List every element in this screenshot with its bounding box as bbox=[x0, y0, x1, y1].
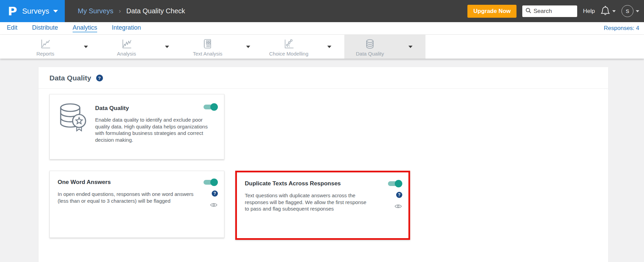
card-controls: ? bbox=[386, 180, 402, 232]
tab-label: Data Quality bbox=[356, 51, 384, 57]
avatar[interactable]: S bbox=[621, 5, 633, 17]
questionpro-logo[interactable]: P bbox=[8, 4, 17, 18]
bell-icon[interactable] bbox=[601, 5, 610, 17]
toggle-knob[interactable] bbox=[395, 180, 402, 187]
tab-label: Text Analysis bbox=[193, 51, 223, 57]
text-analysis-dropdown[interactable] bbox=[233, 35, 263, 59]
chevron-down-icon bbox=[408, 46, 413, 48]
main-content: Data Quality ? bbox=[0, 59, 644, 262]
account-menu[interactable]: S bbox=[621, 5, 639, 17]
tab-reports[interactable]: Reports bbox=[20, 35, 71, 59]
card-description: Text questions with duplicate answers ac… bbox=[245, 192, 368, 212]
product-menu[interactable]: P Surveys bbox=[0, 0, 65, 22]
chevron-down-icon bbox=[165, 46, 169, 48]
database-icon bbox=[364, 38, 375, 49]
card-one-word-answers: One Word Answers In open ended questions… bbox=[49, 171, 224, 238]
chevron-down-icon bbox=[246, 46, 250, 48]
card-title: Duplicate Texts Across Responses bbox=[245, 180, 341, 187]
toggle-knob[interactable] bbox=[210, 179, 218, 186]
help-icon[interactable]: ? bbox=[96, 75, 103, 81]
chevron-down-icon bbox=[53, 10, 58, 13]
multi-line-chart-icon bbox=[121, 38, 132, 49]
card-title: One Word Answers bbox=[58, 179, 111, 185]
help-link[interactable]: Help bbox=[583, 8, 595, 15]
search-icon bbox=[525, 7, 531, 15]
database-award-icon bbox=[58, 102, 88, 153]
help-icon[interactable]: ? bbox=[212, 190, 218, 197]
tab-integration[interactable]: Integration bbox=[112, 24, 141, 32]
chevron-down-icon bbox=[612, 10, 616, 12]
panel-header: Data Quality ? bbox=[39, 67, 608, 89]
tab-edit[interactable]: Edit bbox=[7, 24, 17, 32]
tab-text-analysis[interactable]: Text Analysis bbox=[182, 35, 233, 59]
card-body: One Word Answers In open ended questions… bbox=[58, 179, 198, 231]
survey-section-nav: Edit Distribute Analytics Integration Re… bbox=[0, 22, 644, 35]
line-chart-icon bbox=[40, 38, 51, 49]
text-document-icon bbox=[202, 38, 213, 49]
tab-group-analysis: Analysis bbox=[101, 35, 182, 59]
analytics-toolbar: Reports Analysis bbox=[0, 35, 644, 59]
data-quality-dropdown[interactable] bbox=[395, 35, 425, 59]
tab-group-reports: Reports bbox=[20, 35, 101, 59]
search-box[interactable] bbox=[522, 5, 577, 17]
tab-group-choice-modelling: Choice Modelling bbox=[263, 35, 344, 59]
cards-area: Data Quality Enable data quality to iden… bbox=[39, 89, 608, 240]
tab-data-quality[interactable]: Data Quality bbox=[344, 35, 395, 59]
breadcrumb: My Surveys › Data Quality Check bbox=[78, 7, 185, 15]
card-body: Duplicate Texts Across Responses Text qu… bbox=[245, 180, 383, 232]
card-title: Data Quality bbox=[95, 105, 129, 112]
page-title: Data Quality bbox=[49, 74, 91, 82]
chevron-down-icon bbox=[327, 46, 331, 48]
tab-distribute[interactable]: Distribute bbox=[32, 24, 58, 32]
eye-icon[interactable] bbox=[394, 204, 402, 210]
card-data-quality: Data Quality Enable data quality to iden… bbox=[49, 94, 224, 159]
choice-modelling-dropdown[interactable] bbox=[314, 35, 344, 59]
tab-analytics[interactable]: Analytics bbox=[73, 24, 97, 32]
chevron-down-icon bbox=[84, 46, 88, 48]
tab-label: Reports bbox=[36, 51, 55, 57]
help-icon[interactable]: ? bbox=[396, 192, 402, 198]
card-description: In open ended questions, responses with … bbox=[58, 191, 198, 204]
data-quality-toggle[interactable] bbox=[204, 105, 217, 109]
breadcrumb-current: Data Quality Check bbox=[126, 7, 185, 15]
tab-analysis[interactable]: Analysis bbox=[101, 35, 152, 59]
tab-group-text-analysis: Text Analysis bbox=[182, 35, 263, 59]
toggle-knob[interactable] bbox=[210, 103, 218, 111]
reports-dropdown[interactable] bbox=[71, 35, 101, 59]
one-word-answers-toggle[interactable] bbox=[204, 180, 217, 185]
tab-choice-modelling[interactable]: Choice Modelling bbox=[263, 35, 314, 59]
card-controls: ? bbox=[201, 179, 218, 231]
duplicate-texts-toggle[interactable] bbox=[388, 181, 402, 186]
card-body: Data Quality Enable data quality to iden… bbox=[95, 102, 218, 153]
breadcrumb-my-surveys[interactable]: My Surveys bbox=[78, 7, 113, 15]
breadcrumb-separator-icon: › bbox=[119, 7, 121, 15]
tab-label: Choice Modelling bbox=[269, 51, 308, 57]
eye-icon[interactable] bbox=[210, 202, 218, 209]
analysis-dropdown[interactable] bbox=[152, 35, 182, 59]
top-bar: P Surveys My Surveys › Data Quality Chec… bbox=[0, 0, 644, 22]
card-description: Enable data quality to identify and excl… bbox=[95, 117, 210, 143]
responses-count[interactable]: Responses: 4 bbox=[604, 25, 639, 32]
upgrade-now-button[interactable]: Upgrade Now bbox=[467, 5, 516, 18]
tab-label: Analysis bbox=[117, 51, 136, 57]
tab-group-data-quality: Data Quality bbox=[344, 35, 425, 59]
scatter-chart-icon bbox=[283, 38, 294, 49]
notifications-menu[interactable] bbox=[601, 5, 616, 17]
card-duplicate-texts: Duplicate Texts Across Responses Text qu… bbox=[235, 171, 410, 240]
search-input[interactable] bbox=[534, 8, 571, 15]
product-menu-label[interactable]: Surveys bbox=[22, 7, 49, 16]
chevron-down-icon bbox=[636, 10, 639, 12]
data-quality-panel: Data Quality ? bbox=[39, 67, 608, 262]
